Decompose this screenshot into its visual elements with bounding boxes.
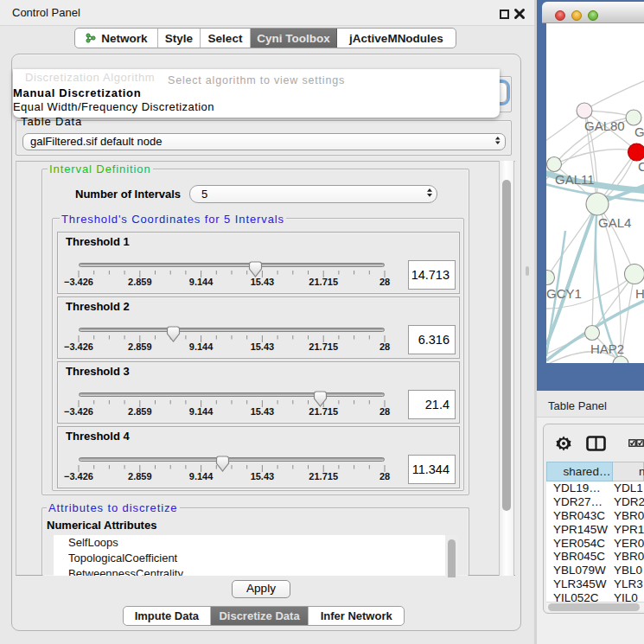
- svg-text:HAP2: HAP2: [590, 341, 624, 356]
- svg-text:HIS: HIS: [635, 286, 644, 301]
- svg-text:GAL11: GAL11: [555, 172, 595, 187]
- svg-text:GCY1: GCY1: [546, 286, 582, 301]
- svg-text:CDC: CDC: [638, 159, 644, 174]
- svg-text:GAL4: GAL4: [598, 215, 631, 230]
- svg-text:GAL3: GAL3: [634, 124, 644, 139]
- svg-text:GAL80: GAL80: [584, 118, 625, 133]
